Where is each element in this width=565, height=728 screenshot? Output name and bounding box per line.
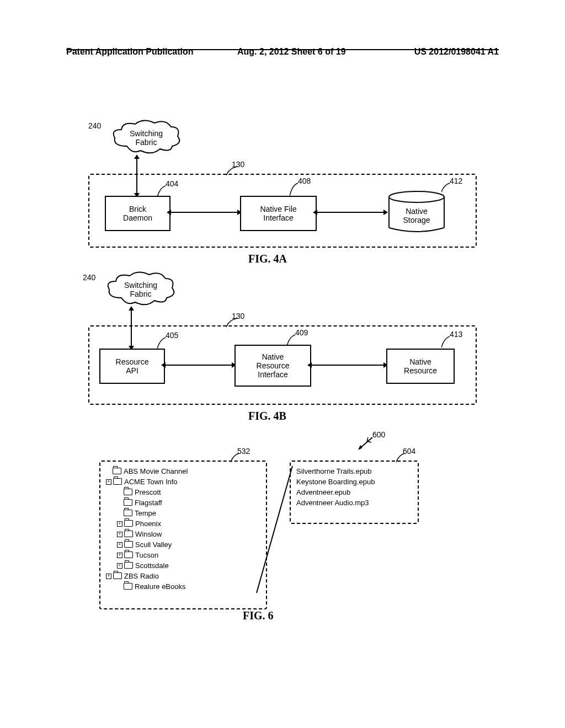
tree-item[interactable]: Tucson [117, 550, 260, 560]
folder-icon [113, 478, 122, 485]
connector-tree-files [254, 463, 298, 598]
connector-408-412 [315, 212, 386, 213]
folder-icon [124, 552, 133, 558]
file-item[interactable]: Silverthorne Trails.epub [296, 466, 412, 477]
arrow-600-icon [356, 436, 375, 452]
tree-item-label: Tucson [135, 551, 158, 559]
block-native-resource-label: Native Resource [404, 357, 437, 375]
expand-icon[interactable] [106, 574, 111, 579]
connector-cloud-brick [136, 157, 137, 196]
file-item[interactable]: Adventneer.epub [296, 487, 412, 497]
connector-405-409 [163, 365, 234, 366]
fig-caption-4b: FIG. 4B [248, 410, 286, 422]
cylinder-native-storage: Native Storage [386, 190, 447, 234]
tree-item-label: ACME Town Info [124, 478, 178, 486]
header-center: Aug. 2, 2012 Sheet 6 of 19 [237, 47, 346, 57]
folder-icon [113, 572, 122, 579]
folder-icon [124, 510, 132, 516]
expand-icon[interactable] [117, 542, 122, 548]
header-right: US 2012/0198041 A1 [414, 47, 499, 57]
tree-item-label: ABS Movie Channel [124, 467, 188, 475]
page-header: Patent Application Publication Aug. 2, 2… [66, 47, 499, 50]
cloud-switching-fabric-b: Switching Fabric [105, 270, 177, 309]
tree-item[interactable]: Winslow [117, 529, 260, 539]
ref-240-a: 240 [88, 121, 101, 130]
svg-line-1 [257, 466, 292, 593]
block-native-file-interface-label: Native File Interface [260, 205, 296, 222]
folder-icon [124, 583, 132, 590]
tree-item-label: ZBS Radio [124, 572, 159, 580]
tree-item-label: Phoenix [135, 520, 161, 528]
connector-cloud-api [131, 309, 132, 349]
cloud-text-b: Switching Fabric [124, 281, 157, 298]
arrow-left-icon [167, 210, 171, 215]
tree-item-label: Winslow [135, 530, 162, 538]
leader-413 [441, 335, 452, 349]
tree-item[interactable]: Tempe [117, 508, 260, 518]
folder-icon [124, 489, 132, 495]
tree-item-label: Realure eBooks [135, 582, 186, 591]
block-resource-api-label: Resource API [116, 357, 149, 375]
tree-item[interactable]: Scottsdale [117, 560, 260, 571]
tree-item[interactable]: ABS Movie Channel [106, 466, 260, 477]
arrow-up-icon-b [129, 306, 134, 311]
expand-icon[interactable] [117, 563, 122, 569]
arrow-up-icon [134, 154, 140, 159]
ref-240-b: 240 [83, 273, 95, 282]
svg-point-0 [389, 191, 444, 202]
tree-item-label: Scottsdale [135, 561, 169, 570]
fig-caption-6: FIG. 6 [243, 609, 274, 622]
block-brick-daemon-label: Brick Daemon [123, 205, 152, 222]
tree-item-label: Flagstaff [135, 499, 162, 507]
tree-item[interactable]: ZBS Radio [106, 571, 260, 581]
folder-icon [113, 468, 121, 474]
block-brick-daemon: Brick Daemon [105, 196, 170, 231]
expand-icon[interactable] [117, 532, 122, 537]
page: Patent Application Publication Aug. 2, 2… [0, 0, 565, 728]
folder-icon [124, 520, 133, 527]
block-native-resource-interface-label: Native Resource Interface [257, 352, 290, 379]
arrow-left-icon-b2 [307, 362, 312, 368]
arrow-left-icon-2 [313, 210, 317, 215]
folder-icon [124, 499, 132, 506]
file-item[interactable]: Keystone Boarding.epub [296, 477, 412, 487]
tree-item-label: Scull Valley [135, 540, 172, 549]
file-list-panel: Silverthorne Trails.epubKeystone Boardin… [290, 461, 419, 524]
tree-item-label: Prescott [135, 488, 161, 496]
tree-panel: ABS Movie ChannelACME Town InfoPrescottF… [99, 461, 267, 609]
tree-item[interactable]: Scull Valley [117, 539, 260, 550]
diagram-area: 240 Switching Fabric 130 404 Brick Daemo… [66, 110, 499, 662]
folder-icon [124, 562, 133, 569]
block-native-resource-interface: Native Resource Interface [234, 345, 311, 387]
folder-icon [124, 541, 133, 548]
header-left: Patent Application Publication [66, 47, 194, 57]
connector-404-408 [168, 212, 240, 213]
tree-item[interactable]: Flagstaff [117, 497, 260, 508]
tree-item[interactable]: Realure eBooks [117, 581, 260, 592]
tree-item[interactable]: ACME Town Info [106, 477, 260, 487]
arrow-left-icon-b1 [161, 362, 166, 368]
block-native-file-interface: Native File Interface [240, 196, 317, 231]
tree-item[interactable]: Phoenix [117, 518, 260, 529]
connector-409-413 [309, 365, 386, 366]
cylinder-label: Native Storage [386, 207, 447, 224]
folder-icon [124, 531, 133, 537]
file-item[interactable]: Adventneer Audio.mp3 [296, 497, 412, 508]
tree-item-label: Tempe [135, 509, 156, 517]
block-resource-api: Resource API [99, 349, 165, 384]
tree-item[interactable]: Prescott [117, 487, 260, 497]
cloud-text-a: Switching Fabric [130, 129, 163, 147]
leader-408 [290, 182, 301, 197]
expand-icon[interactable] [117, 521, 122, 527]
expand-icon[interactable] [117, 553, 122, 558]
fig-caption-4a: FIG. 4A [248, 253, 287, 265]
expand-icon[interactable] [106, 479, 111, 485]
block-native-resource: Native Resource [386, 349, 455, 384]
cloud-switching-fabric-a: Switching Fabric [110, 119, 182, 157]
